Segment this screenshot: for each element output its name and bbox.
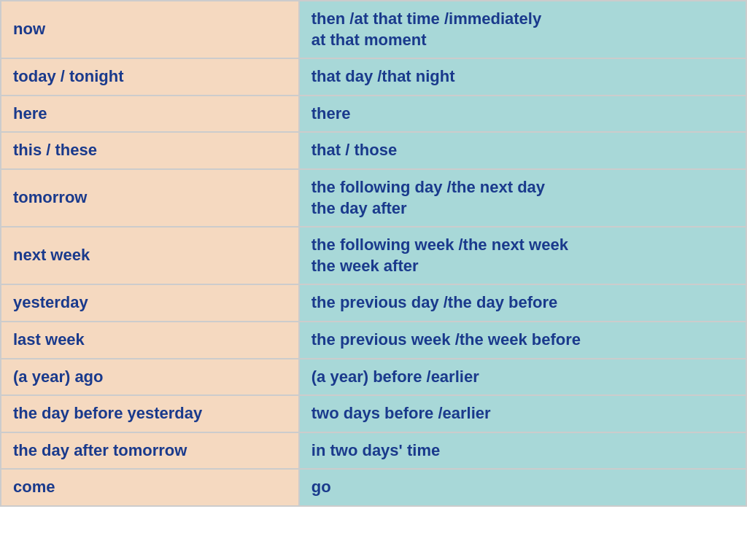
- right-cell: that day /that night: [299, 58, 746, 96]
- right-cell: in two days' time: [299, 432, 746, 470]
- table-row: next weekthe following week /the next we…: [1, 227, 746, 284]
- table-row: the day after tomorrowin two days' time: [1, 432, 746, 470]
- table-row: (a year) ago(a year) before /earlier: [1, 359, 746, 396]
- right-cell: (a year) before /earlier: [299, 359, 746, 396]
- left-cell: (a year) ago: [1, 359, 299, 396]
- table-row: this / thesethat / those: [1, 132, 746, 169]
- left-cell: today / tonight: [1, 58, 299, 96]
- left-cell: tomorrow: [1, 169, 299, 227]
- left-cell: the day before yesterday: [1, 395, 299, 432]
- right-cell: go: [299, 469, 746, 506]
- table-row: last weekthe previous week /the week bef…: [1, 322, 746, 359]
- right-cell: there: [299, 96, 746, 133]
- reference-table: nowthen /at that time /immediatelyat tha…: [0, 0, 747, 507]
- left-cell: now: [1, 1, 299, 58]
- left-cell: come: [1, 469, 299, 506]
- table-row: herethere: [1, 96, 746, 133]
- left-cell: last week: [1, 322, 299, 359]
- right-cell: the previous week /the week before: [299, 322, 746, 359]
- table-row: comego: [1, 469, 746, 506]
- left-cell: yesterday: [1, 284, 299, 322]
- right-cell: the following day /the next daythe day a…: [299, 169, 746, 227]
- right-cell: then /at that time /immediatelyat that m…: [299, 1, 746, 58]
- right-cell: the previous day /the day before: [299, 284, 746, 322]
- right-cell: the following week /the next weekthe wee…: [299, 227, 746, 284]
- left-cell: this / these: [1, 132, 299, 169]
- table-row: the day before yesterdaytwo days before …: [1, 395, 746, 432]
- table-row: nowthen /at that time /immediatelyat tha…: [1, 1, 746, 58]
- right-cell: two days before /earlier: [299, 395, 746, 432]
- table-row: tomorrowthe following day /the next dayt…: [1, 169, 746, 227]
- table-container: nowthen /at that time /immediatelyat tha…: [0, 0, 747, 560]
- left-cell: next week: [1, 227, 299, 284]
- table-row: today / tonightthat day /that night: [1, 58, 746, 96]
- left-cell: here: [1, 96, 299, 133]
- right-cell: that / those: [299, 132, 746, 169]
- table-row: yesterdaythe previous day /the day befor…: [1, 284, 746, 322]
- left-cell: the day after tomorrow: [1, 432, 299, 470]
